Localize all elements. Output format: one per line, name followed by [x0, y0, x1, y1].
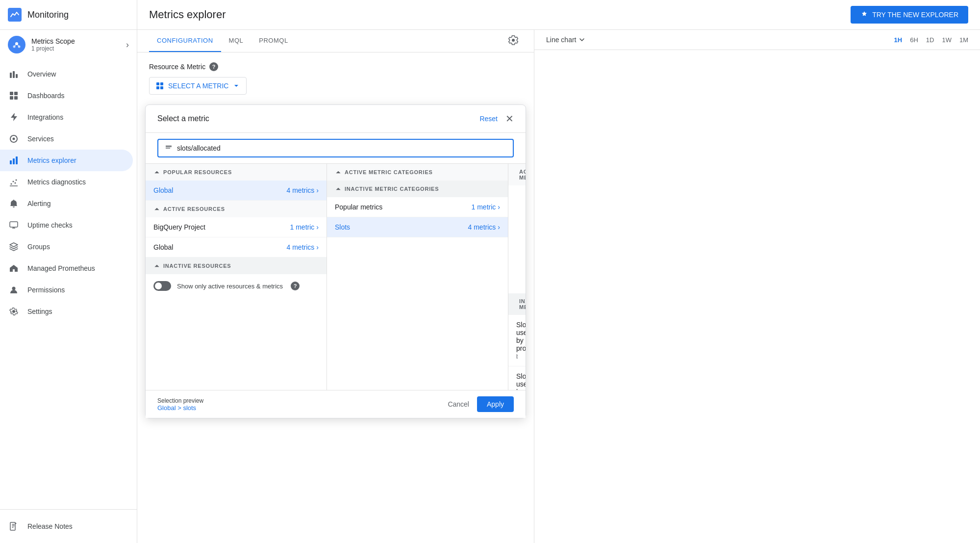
sidebar-item-services[interactable]: Services — [0, 128, 133, 150]
sidebar-item-permissions[interactable]: Permissions — [0, 279, 133, 301]
try-new-explorer-button[interactable]: TRY THE NEW EXPLORER — [851, 6, 968, 24]
sidebar-item-uptime-checks[interactable]: Uptime checks — [0, 214, 133, 236]
sidebar-item-metrics-diagnostics[interactable]: Metrics diagnostics — [0, 171, 133, 193]
active-resources-header[interactable]: ACTIVE RESOURCES — [146, 201, 327, 217]
selection-preview-value: Global > slots — [157, 404, 440, 412]
cancel-button[interactable]: Cancel — [440, 396, 477, 412]
sidebar-item-dashboards[interactable]: Dashboards — [0, 85, 133, 106]
sidebar-item-services-label: Services — [27, 135, 54, 143]
dropdown-arrow-icon — [578, 36, 586, 44]
sidebar-item-managed-prometheus[interactable]: Managed Prometheus — [0, 258, 133, 279]
select-metric-button[interactable]: SELECT A METRIC — [149, 77, 247, 95]
resource-metric-help-icon[interactable]: ? — [209, 62, 218, 71]
toggle-row: Show only active resources & metrics ? — [146, 274, 327, 298]
sidebar-item-metrics-diagnostics-label: Metrics diagnostics — [27, 178, 86, 186]
apply-button[interactable]: Apply — [477, 396, 514, 412]
svg-point-18 — [13, 181, 14, 182]
tab-configuration[interactable]: CONFIGURATION — [149, 30, 221, 52]
sidebar-item-settings[interactable]: Settings — [0, 301, 133, 322]
categories-column: ACTIVE METRIC CATEGORIES INACTIVE METRIC… — [327, 164, 508, 390]
dialog-header: Select a metric Reset ✕ — [146, 105, 526, 133]
list-item[interactable]: Slots used by project and job type bigqu… — [508, 366, 526, 390]
svg-rect-25 — [156, 86, 159, 89]
tab-mql[interactable]: MQL — [221, 30, 251, 52]
content-area: CONFIGURATION MQL PROMQL Resource & Metr… — [137, 30, 980, 543]
list-item[interactable]: Global 4 metrics › — [146, 237, 327, 258]
scatter-icon — [8, 176, 20, 188]
svg-rect-9 — [10, 92, 13, 95]
svg-rect-24 — [10, 522, 15, 530]
time-1w-button[interactable]: 1W — [942, 36, 952, 44]
resource-metric-label: Resource & Metric ? — [149, 62, 522, 71]
metric-dialog: Select a metric Reset ✕ — [145, 104, 526, 418]
svg-rect-16 — [16, 156, 18, 164]
svg-rect-8 — [16, 74, 18, 78]
list-item[interactable]: Global 4 metrics › — [146, 181, 327, 201]
document-icon — [8, 520, 20, 532]
sidebar-item-groups[interactable]: Groups — [0, 236, 133, 258]
tab-promql[interactable]: PROMQL — [251, 30, 296, 52]
services-icon — [8, 133, 20, 145]
inactive-categories-header[interactable]: INACTIVE METRIC CATEGORIES — [327, 181, 508, 197]
right-panel: Line chart 1H 6H 1D 1W 1M — [534, 30, 980, 543]
svg-rect-12 — [14, 96, 18, 100]
active-metrics-header[interactable]: ACTIVE METRICS — [508, 164, 526, 185]
bar-chart-icon — [8, 155, 20, 166]
chart-bar-icon — [8, 68, 20, 80]
dialog-reset-button[interactable]: Reset — [479, 115, 498, 123]
time-6h-button[interactable]: 6H — [910, 36, 918, 44]
active-only-toggle[interactable] — [153, 281, 171, 291]
active-categories-header[interactable]: ACTIVE METRIC CATEGORIES — [327, 164, 508, 181]
page-title: Metrics explorer — [149, 8, 851, 21]
sidebar-nav: Overview Dashboards Integrations Service… — [0, 59, 137, 509]
metric-section: Resource & Metric ? SELECT A METRIC — [137, 52, 534, 104]
sidebar-item-settings-label: Settings — [27, 308, 52, 315]
chevron-right-icon: › — [316, 243, 319, 251]
sidebar-item-integrations-label: Integrations — [27, 113, 63, 121]
metrics-scope-selector[interactable]: Metrics Scope 1 project › — [0, 30, 137, 59]
time-1m-button[interactable]: 1M — [959, 36, 968, 44]
sidebar-item-groups-label: Groups — [27, 243, 50, 251]
svg-rect-27 — [156, 82, 159, 85]
list-item[interactable]: Slots 4 metrics › — [327, 217, 508, 237]
main-content: Metrics explorer TRY THE NEW EXPLORER CO… — [137, 0, 980, 543]
dialog-title: Select a metric — [157, 114, 479, 123]
layers-icon — [8, 241, 20, 253]
svg-rect-6 — [10, 73, 12, 78]
sidebar-item-metrics-explorer[interactable]: Metrics explorer — [0, 150, 133, 171]
selection-preview: Selection preview Global > slots — [157, 397, 440, 412]
scope-subtitle: 1 project — [31, 45, 126, 52]
sidebar-item-overview[interactable]: Overview — [0, 63, 133, 85]
chart-type-selector[interactable]: Line chart — [546, 36, 586, 44]
release-notes-item[interactable]: Release Notes — [8, 516, 129, 537]
search-input[interactable] — [177, 144, 507, 152]
sidebar-item-overview-label: Overview — [27, 70, 56, 78]
svg-rect-22 — [10, 222, 18, 227]
scope-title: Metrics Scope — [31, 37, 126, 45]
dialog-close-button[interactable]: ✕ — [505, 113, 514, 125]
popular-resources-header[interactable]: POPULAR RESOURCES — [146, 164, 327, 181]
person-icon — [8, 284, 20, 296]
dialog-body: POPULAR RESOURCES Global 4 metrics › ACT… — [146, 164, 526, 390]
time-1d-button[interactable]: 1D — [926, 36, 934, 44]
left-panel: CONFIGURATION MQL PROMQL Resource & Metr… — [137, 30, 534, 543]
dialog-search — [146, 133, 526, 164]
inactive-metrics-header[interactable]: INACTIVE METRICS — [508, 293, 526, 315]
list-item[interactable]: BigQuery Project 1 metric › — [146, 217, 327, 237]
toggle-label: Show only active resources & metrics — [177, 283, 283, 290]
gear-icon — [8, 306, 20, 317]
sidebar: Monitoring Metrics Scope 1 project › Ove… — [0, 0, 137, 543]
list-item[interactable]: Popular metrics 1 metric › — [327, 197, 508, 217]
sidebar-item-dashboards-label: Dashboards — [27, 92, 65, 100]
inactive-resources-header[interactable]: INACTIVE RESOURCES — [146, 258, 327, 274]
try-new-explorer-label: TRY THE NEW EXPLORER — [872, 11, 958, 19]
chart-header: Line chart 1H 6H 1D 1W 1M — [534, 30, 980, 50]
sidebar-item-integrations[interactable]: Integrations — [0, 106, 133, 128]
settings-gear-button[interactable] — [504, 31, 522, 51]
sidebar-item-alerting-label: Alerting — [27, 200, 50, 207]
time-1h-button[interactable]: 1H — [894, 36, 903, 44]
sidebar-item-uptime-checks-label: Uptime checks — [27, 221, 73, 229]
sidebar-item-alerting[interactable]: Alerting — [0, 193, 133, 214]
toggle-help-icon[interactable]: ? — [291, 282, 300, 290]
list-item[interactable]: Slots used by project bigquery.googleapi… — [508, 315, 526, 366]
